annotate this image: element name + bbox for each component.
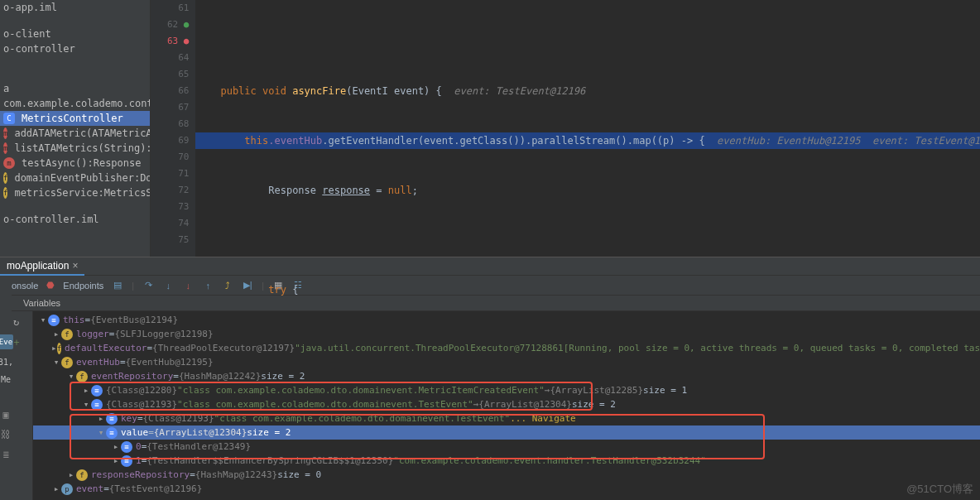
debug-vertical-toolbar[interactable]: Eve 31, Me ▣ ⛓ ≣ [0, 276, 12, 500]
obj-icon: ≡ [48, 315, 60, 326]
sidebar-item[interactable]: o-client [0, 26, 150, 41]
var-node[interactable]: ▸fdefaultExecutor = {ThreadPoolExecutor@… [33, 341, 980, 355]
method-icon: m [3, 127, 7, 139]
side-button[interactable]: Eve [0, 334, 13, 349]
sidebar-item[interactable]: o-app.iml [0, 0, 150, 15]
entry-icon: ≡ [121, 455, 132, 467]
var-node[interactable]: ▸≡key = {Class@12193} "class com.example… [33, 411, 980, 425]
field-icon: f [57, 343, 61, 354]
var-node[interactable]: ▸≡1 = {TestHandler$$EnhancerBySpringCGLI… [33, 454, 980, 468]
param-icon: p [61, 483, 73, 495]
entry-icon: ≡ [106, 427, 118, 439]
sidebar-field[interactable]: fmetricsService:MetricsServiceI [0, 185, 150, 200]
entry-icon: ≡ [106, 413, 118, 425]
link-icon[interactable]: ⛓ [1, 429, 11, 440]
sidebar-item-selected[interactable]: CMetricsController [0, 111, 150, 126]
code-line-current: this.eventHub.getEventHandler(event.getC… [195, 132, 980, 149]
code-editor[interactable]: public void asyncFire(EventI event) { ev… [195, 0, 980, 257]
layout-icon[interactable]: ▤ [112, 280, 123, 291]
endpoints-tab[interactable]: Endpoints [63, 281, 103, 291]
var-node[interactable]: ▾≡this = {EventBus@12194} [33, 313, 980, 327]
sidebar-method[interactable]: mtestAsync():Response [0, 156, 150, 171]
field-icon: f [76, 469, 88, 481]
endpoints-icon: ⬣ [46, 280, 55, 291]
var-node[interactable]: ▾feventHub = {EventHub@12195} [33, 355, 980, 369]
code-line: try { [195, 281, 980, 298]
code-line: Response response = null; [195, 182, 980, 199]
var-node[interactable]: ▸flogger = {SLFJLogger@12198} [33, 327, 980, 341]
step-into-icon[interactable]: ↓ [162, 280, 174, 291]
variables-tree[interactable]: ▾≡this = {EventBus@12194} ▸flogger = {SL… [33, 311, 980, 498]
var-node[interactable]: ▸≡0 = {TestHandler@12349} [33, 440, 980, 454]
field-icon: f [76, 371, 88, 382]
field-icon: f [61, 357, 73, 368]
structure-sidebar[interactable]: o-app.iml o-client o-controller a com.ex… [0, 0, 151, 257]
entry-icon: ≡ [91, 385, 103, 397]
var-node[interactable]: ▸pevent = {TestEvent@12196} [33, 482, 980, 496]
force-step-into-icon[interactable]: ↓ [182, 280, 194, 291]
breakpoint-line[interactable]: 63 ● [151, 33, 189, 50]
class-icon: C [3, 113, 15, 124]
step-over-icon[interactable]: ↷ [142, 280, 154, 291]
var-node-selected[interactable]: ▾≡value = {ArrayList@12304} size = 2 [33, 425, 980, 440]
watermark: @51CTO博客 [906, 482, 973, 497]
sidebar-method[interactable]: maddATAMetric(ATAMetricAddCo [0, 126, 150, 141]
field-icon: f [3, 172, 7, 184]
method-icon: m [3, 157, 15, 169]
var-node[interactable]: ▾feventRepository = {HashMap@12242} size… [33, 369, 980, 383]
sidebar-method[interactable]: mlistATAMetrics(String):MultiRes [0, 141, 150, 156]
sidebar-item[interactable]: a [0, 81, 150, 96]
field-icon: f [61, 329, 73, 340]
field-icon: f [3, 187, 7, 199]
method-icon: m [3, 142, 7, 154]
side-label: 31, [0, 358, 13, 367]
sidebar-item[interactable]: com.example.colademo.controller [0, 96, 150, 111]
close-icon[interactable]: × [72, 260, 78, 272]
bookmark-icon[interactable]: ▣ [2, 409, 8, 421]
code-line: public void asyncFire(EventI event) { ev… [195, 83, 980, 99]
editor-gutter[interactable]: 61 62 ● 63 ● 64 65 66 67 68 69 70 71 72 … [151, 0, 195, 257]
debug-tab[interactable]: moApplication × [0, 257, 84, 276]
entry-icon: ≡ [121, 441, 132, 453]
side-label: Me [1, 375, 11, 384]
var-node[interactable]: ▸≡{Class@12280} "class com.example.colad… [33, 383, 980, 397]
line-number: 62 ● [151, 17, 189, 33]
db-icon[interactable]: ≣ [2, 449, 8, 460]
sidebar-item[interactable]: o-controller.iml [0, 212, 150, 227]
sidebar-field[interactable]: fdomainEventPublisher:DomainE [0, 171, 150, 185]
sidebar-item[interactable]: o-controller [0, 41, 150, 56]
var-node[interactable]: ▸fresponseRepository = {HashMap@12243} s… [33, 468, 980, 482]
var-node[interactable]: ▾≡{Class@12193} "class com.example.colad… [33, 397, 980, 411]
entry-icon: ≡ [91, 399, 103, 411]
